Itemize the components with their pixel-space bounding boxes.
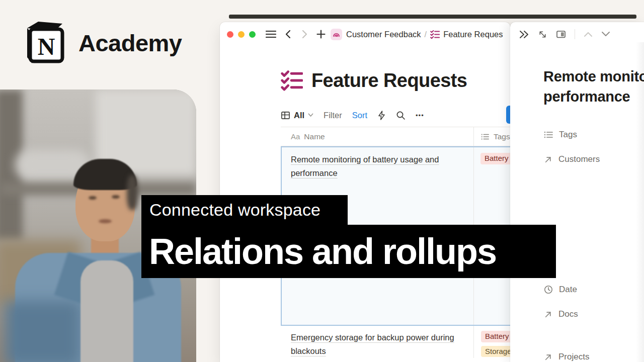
expand-fullpage-icon[interactable] xyxy=(538,30,547,39)
record-title-line2: performance xyxy=(543,86,644,107)
brand-lockup: N Academy xyxy=(23,20,182,65)
arrow-up-right-icon xyxy=(543,155,553,164)
background-window-edge xyxy=(229,15,636,19)
name-cell[interactable]: Emergency storage for backup power durin… xyxy=(281,326,473,358)
notion-logo-icon: N xyxy=(23,20,65,65)
sidebar-menu-icon[interactable] xyxy=(266,30,276,38)
forward-icon[interactable] xyxy=(300,30,308,39)
page-link[interactable]: Emergency storage for backup power durin… xyxy=(291,333,454,355)
previous-record-chevron-up-icon[interactable] xyxy=(584,31,593,37)
checklist-icon[interactable] xyxy=(281,69,303,92)
automations-bolt-icon[interactable] xyxy=(377,111,386,120)
property-label: Docs xyxy=(558,309,578,319)
property-docs[interactable]: Docs xyxy=(543,309,578,319)
chevron-down-icon xyxy=(308,113,313,117)
side-peek-panel: Remote monitoring of battery usage and p… xyxy=(510,22,644,362)
filter-button[interactable]: Filter xyxy=(324,111,342,120)
notion-main-window: Customer Feedback / Feature Requests xyxy=(220,22,510,362)
customer-feedback-page-icon xyxy=(331,29,342,40)
property-projects[interactable]: Projects xyxy=(543,352,589,362)
brand-name: Academy xyxy=(78,29,182,57)
zoom-window-button[interactable] xyxy=(249,31,256,38)
new-tab-icon[interactable] xyxy=(316,30,326,39)
presenter-eye xyxy=(89,196,97,200)
text-type-icon: Aa xyxy=(291,132,300,141)
tag-pill[interactable]: Storage xyxy=(481,346,510,357)
minimize-window-button[interactable] xyxy=(238,31,245,38)
arrow-up-right-icon xyxy=(543,352,553,362)
peek-mode-icon[interactable] xyxy=(556,30,566,39)
presenter-hair xyxy=(127,175,138,210)
property-date[interactable]: Date xyxy=(543,285,577,295)
property-customers[interactable]: Customers xyxy=(543,154,600,164)
traffic-lights xyxy=(227,31,256,38)
table-view-icon xyxy=(281,111,290,120)
video-frame: N Academy xyxy=(0,0,644,362)
overlay-kicker: Connected workspace xyxy=(141,195,348,225)
clock-icon xyxy=(543,285,553,295)
property-tags[interactable]: Tags xyxy=(543,130,577,140)
column-header-name[interactable]: Aa Name xyxy=(281,127,473,146)
more-options-icon[interactable]: ••• xyxy=(416,112,424,119)
checklist-icon xyxy=(430,30,440,39)
database-toolbar: All Filter Sort ••• New xyxy=(281,106,510,125)
property-label: Date xyxy=(559,285,577,295)
overlay-headline-text: Relations and rollups xyxy=(149,231,496,272)
list-icon xyxy=(543,130,553,140)
close-peek-double-chevron-icon[interactable] xyxy=(519,30,529,39)
overlay-kicker-text: Connected workspace xyxy=(149,200,320,220)
back-icon[interactable] xyxy=(284,30,292,39)
arrow-up-right-icon xyxy=(543,310,553,319)
table-header-row: Aa Name Tags xyxy=(281,127,510,146)
presenter-jacket-shadow xyxy=(5,301,80,362)
side-panel-topbar xyxy=(510,22,644,46)
presenter-shirt xyxy=(80,260,133,362)
record-title: Remote monitoring of battery usage and p… xyxy=(543,66,644,107)
close-window-button[interactable] xyxy=(227,31,233,38)
breadcrumb-parent[interactable]: Customer Feedback xyxy=(346,30,421,39)
column-name-label: Name xyxy=(304,132,325,141)
topbar-divider xyxy=(575,29,575,39)
view-selector[interactable]: All xyxy=(281,111,313,120)
column-tags-label: Tags xyxy=(494,132,510,141)
svg-text:N: N xyxy=(38,33,55,60)
sort-button[interactable]: Sort xyxy=(352,111,367,120)
next-record-chevron-down-icon[interactable] xyxy=(601,31,610,37)
overlay-headline: Relations and rollups xyxy=(141,225,556,278)
record-title-line1: Remote monitoring of battery usage and xyxy=(543,66,644,86)
presenter-mouth xyxy=(99,219,112,223)
table-row[interactable]: Emergency storage for backup power durin… xyxy=(281,326,510,358)
presenter-eye xyxy=(112,195,120,199)
scrollbar[interactable] xyxy=(636,42,644,362)
main-window-topbar: Customer Feedback / Feature Requests xyxy=(220,22,510,46)
property-label: Customers xyxy=(558,154,600,164)
tag-pill[interactable]: Battery xyxy=(480,153,510,164)
property-label: Projects xyxy=(558,352,589,362)
list-icon xyxy=(480,132,490,141)
search-icon[interactable] xyxy=(396,111,406,120)
property-label: Tags xyxy=(559,130,577,140)
view-label: All xyxy=(294,111,304,120)
breadcrumb-separator: / xyxy=(425,30,427,39)
column-header-tags[interactable]: Tags xyxy=(473,127,510,146)
tag-pill[interactable]: Battery xyxy=(481,331,510,342)
page-title: Feature Requests xyxy=(311,70,467,92)
breadcrumb-current[interactable]: Feature Requests xyxy=(443,30,503,39)
page-link[interactable]: Remote monitoring of battery usage and p… xyxy=(291,155,439,177)
tags-cell[interactable]: Battery Storage xyxy=(473,326,510,358)
